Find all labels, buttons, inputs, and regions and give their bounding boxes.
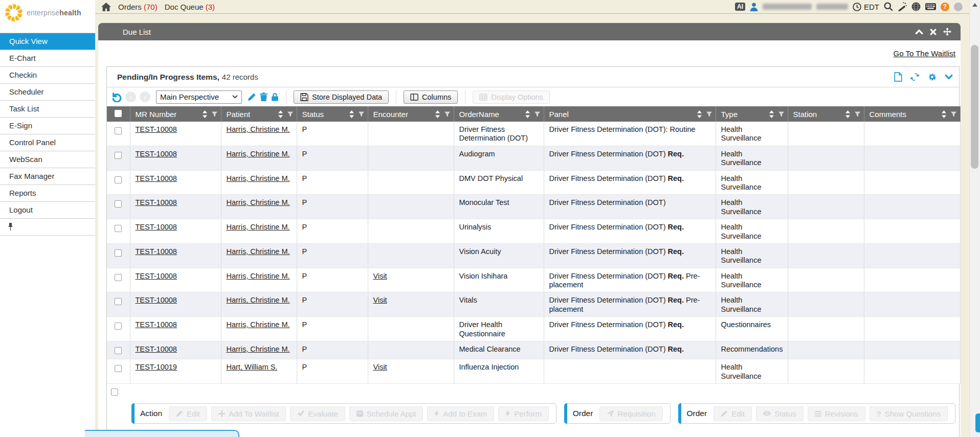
column-header-ordername[interactable]: OrderName (454, 106, 544, 122)
mr-number-link[interactable]: TEST-10008 (136, 198, 177, 206)
encounter-link[interactable]: Visit (373, 296, 387, 304)
sort-icon[interactable] (845, 110, 850, 118)
sidebar-item-logout[interactable]: Logout (0, 202, 95, 219)
patient-link[interactable]: Harris, Christine M. (227, 320, 290, 329)
mr-number-link[interactable]: TEST-10008 (136, 272, 177, 280)
row-checkbox[interactable] (115, 176, 122, 183)
portlet-titlebar[interactable]: Due List (98, 23, 961, 40)
sidebar-item-task-list[interactable]: Task List (0, 101, 95, 118)
sidebar-item-e-sign[interactable]: E-Sign (0, 118, 95, 134)
column-header-comments[interactable]: Comments (864, 106, 960, 122)
schedule-appt-button[interactable]: Schedule Appt (349, 406, 424, 421)
column-header-station[interactable]: Station (788, 106, 864, 122)
perspective-select[interactable]: Main Perspective (156, 90, 242, 104)
column-header-status[interactable]: Status (297, 106, 368, 122)
encounter-link[interactable]: Visit (373, 272, 387, 280)
mr-number-link[interactable]: TEST-10008 (136, 223, 177, 231)
filter-icon[interactable] (444, 111, 451, 118)
row-checkbox[interactable] (115, 365, 122, 372)
row-checkbox[interactable] (115, 347, 122, 354)
filter-icon[interactable] (358, 111, 365, 118)
encounter-link[interactable]: Visit (373, 363, 387, 371)
pushpin-icon[interactable] (8, 223, 13, 231)
filter-icon[interactable] (778, 111, 785, 118)
edit-button[interactable]: Edit (169, 406, 207, 421)
filter-icon[interactable] (534, 111, 541, 118)
refresh-icon[interactable] (910, 72, 920, 82)
prev-icon[interactable]: ‹ (125, 91, 136, 102)
mr-number-link[interactable]: TEST-10008 (136, 247, 177, 256)
row-checkbox[interactable] (115, 200, 122, 208)
patient-link[interactable]: Harris, Christine M. (227, 345, 290, 353)
sidebar-item-quick-view[interactable]: Quick View (0, 33, 95, 50)
collapse-icon[interactable] (915, 29, 923, 35)
move-icon[interactable] (943, 28, 951, 36)
patient-link[interactable]: Harris, Christine M. (227, 150, 290, 158)
select-all-header[interactable] (107, 106, 130, 122)
column-header-mr-number[interactable]: MR Number (130, 106, 221, 122)
sidebar-item-fax-manager[interactable]: Fax Manager (0, 168, 95, 185)
vertical-scrollbar[interactable] (969, 0, 980, 437)
sidebar-item-e-chart[interactable]: E-Chart (0, 50, 95, 67)
sidebar-item-control-panel[interactable]: Control Panel (0, 134, 95, 151)
mr-number-link[interactable]: TEST-10008 (136, 174, 177, 182)
perform-button[interactable]: Perform (498, 406, 548, 421)
sort-icon[interactable] (525, 110, 530, 118)
row-checkbox[interactable] (115, 274, 122, 281)
show-questions-button[interactable]: ?Show Questions (870, 406, 948, 421)
mr-number-link[interactable]: TEST-10008 (136, 150, 177, 158)
patient-link[interactable]: Harris, Christine M. (227, 125, 290, 133)
filter-icon[interactable] (706, 111, 712, 118)
row-checkbox[interactable] (115, 127, 122, 134)
sidebar-item-scheduler[interactable]: Scheduler (0, 84, 95, 101)
mr-number-link[interactable]: TEST-10008 (136, 125, 177, 133)
sidebar-item-reports[interactable]: Reports (0, 185, 95, 202)
sidebar-item-webscan[interactable]: WebScan (0, 151, 95, 168)
row-checkbox[interactable] (115, 298, 122, 305)
sort-icon[interactable] (697, 110, 702, 118)
close-icon[interactable] (930, 29, 937, 35)
columns-button[interactable]: Columns (404, 90, 458, 104)
next-icon[interactable]: › (140, 91, 150, 102)
store-displayed-data-button[interactable]: Store Displayed Data (294, 90, 389, 104)
new-document-icon[interactable] (894, 72, 902, 82)
patient-link[interactable]: Harris, Christine M. (227, 296, 290, 304)
patient-link[interactable]: Hart, William S. (227, 363, 278, 371)
pencil-icon[interactable] (248, 93, 256, 101)
evaluate-button[interactable]: Evaluate (290, 406, 345, 421)
chevron-down-icon[interactable] (945, 74, 953, 80)
mr-number-link[interactable]: TEST-10008 (136, 345, 177, 353)
patient-link[interactable]: Harris, Christine M. (227, 272, 290, 280)
column-header-patient[interactable]: Patient (221, 106, 297, 122)
patient-link[interactable]: Harris, Christine M. (227, 198, 290, 206)
sort-icon[interactable] (435, 110, 440, 118)
sort-icon[interactable] (278, 110, 283, 118)
filter-icon[interactable] (287, 111, 294, 118)
column-header-panel[interactable]: Panel (544, 106, 716, 122)
filter-icon[interactable] (950, 111, 957, 118)
sort-icon[interactable] (349, 110, 354, 118)
display-options-button[interactable]: Display Options (473, 90, 550, 104)
row-checkbox[interactable] (115, 323, 122, 330)
mr-number-link[interactable]: TEST-10019 (136, 363, 177, 371)
waitlist-link[interactable]: Go To The Waitlist (894, 49, 955, 58)
sort-icon[interactable] (942, 110, 946, 118)
mr-number-link[interactable]: TEST-10008 (136, 320, 177, 329)
mr-number-link[interactable]: TEST-10008 (136, 296, 177, 304)
column-header-type[interactable]: Type (716, 106, 788, 122)
scroll-up-arrow[interactable] (972, 3, 977, 7)
row-checkbox[interactable] (115, 152, 122, 159)
trash-icon[interactable] (260, 93, 268, 101)
add-to-exam-button[interactable]: Add to Exam (427, 406, 494, 421)
gear-icon[interactable] (927, 72, 937, 82)
sidebar-item-checkin[interactable]: Checkin (0, 67, 95, 84)
patient-link[interactable]: Harris, Christine M. (227, 247, 290, 256)
select-all-checkbox[interactable] (115, 110, 122, 117)
lock-icon[interactable] (271, 93, 279, 101)
sort-icon[interactable] (769, 110, 774, 118)
requisition-button[interactable]: Requisition (599, 406, 662, 421)
sort-icon[interactable] (203, 110, 207, 118)
undo-icon[interactable] (111, 91, 122, 102)
edit-button[interactable]: Edit (714, 406, 752, 421)
add-to-waitlist-button[interactable]: Add To Waitlist (211, 406, 286, 421)
